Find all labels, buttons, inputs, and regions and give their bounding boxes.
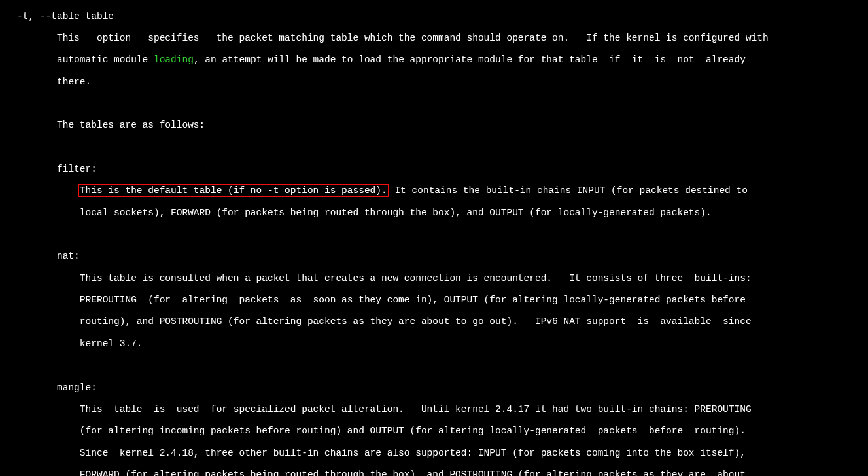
nat-line3: routing), and POSTROUTING (for altering …: [0, 316, 868, 327]
nat-line4: kernel 3.7.: [0, 339, 868, 350]
option-arg: table: [86, 11, 114, 22]
nat-line1: This table is consulted when a packet th…: [0, 273, 868, 284]
loading-link[interactable]: loading: [154, 54, 194, 65]
nat-line2: PREROUTING (for altering packets as soon…: [0, 295, 868, 306]
mangle-line4: FORWARD (for altering packets being rout…: [0, 469, 868, 476]
mangle-line2: (for altering incoming packets before ro…: [0, 426, 868, 437]
filter-line1: This is the default table (if no -t opti…: [0, 185, 868, 196]
option-header: -t, --table table: [0, 11, 868, 22]
nat-heading: nat:: [0, 251, 868, 262]
tables-intro: The tables are as follows:: [0, 120, 868, 131]
option-para1-line1: This option specifies the packet matchin…: [0, 33, 868, 44]
manpage-view: -t, --table table This option specifies …: [0, 0, 868, 476]
mangle-line1: This table is used for specialized packe…: [0, 404, 868, 415]
mangle-heading: mangle:: [0, 382, 868, 394]
option-flags: -t, --table: [0, 11, 86, 22]
filter-heading: filter:: [0, 164, 868, 175]
option-para1-line3: there.: [0, 77, 868, 88]
highlight-box: This is the default table (if no -t opti…: [78, 184, 389, 197]
option-para1-line2: automatic module loading, an attempt wil…: [0, 54, 868, 65]
mangle-line3: Since kernel 2.4.18, three other built-i…: [0, 448, 868, 459]
filter-line2: local sockets), FORWARD (for packets bei…: [0, 208, 868, 219]
